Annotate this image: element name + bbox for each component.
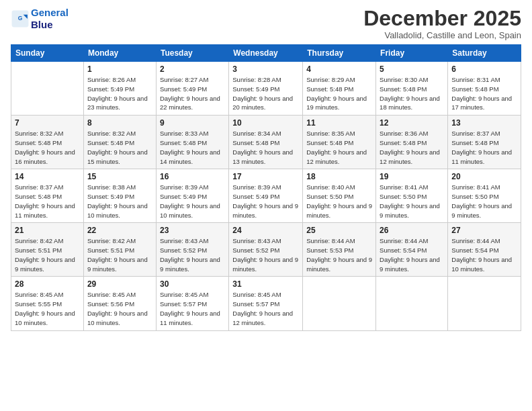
day-number: 5 xyxy=(380,64,444,74)
svg-text:G: G xyxy=(18,15,23,21)
header-sunday: Sunday xyxy=(11,45,84,62)
day-info: Sunrise: 8:39 AMSunset: 5:49 PMDaylight:… xyxy=(232,183,299,220)
day-number: 28 xyxy=(15,279,80,289)
day-number: 27 xyxy=(451,226,517,235)
day-info: Sunrise: 8:45 AMSunset: 5:55 PMDaylight:… xyxy=(15,290,80,327)
day-info: Sunrise: 8:28 AMSunset: 5:49 PMDaylight:… xyxy=(232,75,299,112)
day-number: 31 xyxy=(232,279,299,289)
calendar-cell: 31Sunrise: 8:45 AMSunset: 5:57 PMDayligh… xyxy=(229,277,303,330)
day-info: Sunrise: 8:30 AMSunset: 5:48 PMDaylight:… xyxy=(380,75,444,112)
subtitle: Valladolid, Castille and Leon, Spain xyxy=(363,30,521,40)
calendar-cell: 17Sunrise: 8:39 AMSunset: 5:49 PMDayligh… xyxy=(229,169,303,223)
header-tuesday: Tuesday xyxy=(156,45,228,62)
day-info: Sunrise: 8:41 AMSunset: 5:50 PMDaylight:… xyxy=(380,183,444,220)
calendar-cell: 10Sunrise: 8:34 AMSunset: 5:48 PMDayligh… xyxy=(229,116,303,169)
day-info: Sunrise: 8:39 AMSunset: 5:49 PMDaylight:… xyxy=(160,183,225,220)
day-info: Sunrise: 8:37 AMSunset: 5:48 PMDaylight:… xyxy=(15,183,80,220)
calendar-cell: 27Sunrise: 8:44 AMSunset: 5:54 PMDayligh… xyxy=(448,223,521,277)
calendar-cell: 6Sunrise: 8:31 AMSunset: 5:48 PMDaylight… xyxy=(448,62,521,116)
calendar-cell xyxy=(303,277,376,330)
calendar-cell: 18Sunrise: 8:40 AMSunset: 5:50 PMDayligh… xyxy=(303,169,376,223)
day-info: Sunrise: 8:38 AMSunset: 5:49 PMDaylight:… xyxy=(87,183,152,220)
week-row-5: 28Sunrise: 8:45 AMSunset: 5:55 PMDayligh… xyxy=(11,277,521,330)
calendar-cell: 28Sunrise: 8:45 AMSunset: 5:55 PMDayligh… xyxy=(11,277,84,330)
day-number: 21 xyxy=(15,226,80,235)
day-number: 24 xyxy=(232,226,299,235)
day-info: Sunrise: 8:34 AMSunset: 5:48 PMDaylight:… xyxy=(232,129,299,166)
day-number: 4 xyxy=(306,64,372,74)
calendar-cell: 5Sunrise: 8:30 AMSunset: 5:48 PMDaylight… xyxy=(376,62,448,116)
day-number: 19 xyxy=(380,172,444,181)
calendar-cell xyxy=(448,277,521,330)
calendar-cell: 3Sunrise: 8:28 AMSunset: 5:49 PMDaylight… xyxy=(229,62,303,116)
day-number: 6 xyxy=(451,64,517,74)
header-saturday: Saturday xyxy=(448,45,521,62)
calendar-cell: 24Sunrise: 8:43 AMSunset: 5:52 PMDayligh… xyxy=(229,223,303,277)
header-friday: Friday xyxy=(376,45,448,62)
day-number: 26 xyxy=(380,226,444,235)
day-number: 7 xyxy=(15,118,80,128)
day-number: 15 xyxy=(87,172,152,181)
calendar-cell: 14Sunrise: 8:37 AMSunset: 5:48 PMDayligh… xyxy=(11,169,84,223)
header-thursday: Thursday xyxy=(303,45,376,62)
day-number: 1 xyxy=(87,64,152,74)
day-number: 10 xyxy=(232,118,299,128)
day-info: Sunrise: 8:42 AMSunset: 5:51 PMDaylight:… xyxy=(15,236,80,273)
calendar-cell: 4Sunrise: 8:29 AMSunset: 5:48 PMDaylight… xyxy=(303,62,376,116)
calendar-cell: 9Sunrise: 8:33 AMSunset: 5:48 PMDaylight… xyxy=(156,116,228,169)
calendar-cell: 16Sunrise: 8:39 AMSunset: 5:49 PMDayligh… xyxy=(156,169,228,223)
week-row-1: 1Sunrise: 8:26 AMSunset: 5:49 PMDaylight… xyxy=(11,62,521,116)
day-info: Sunrise: 8:45 AMSunset: 5:57 PMDaylight:… xyxy=(232,290,299,327)
day-number: 29 xyxy=(87,279,152,289)
day-number: 18 xyxy=(306,172,372,181)
calendar-cell: 8Sunrise: 8:32 AMSunset: 5:48 PMDaylight… xyxy=(83,116,156,169)
day-info: Sunrise: 8:27 AMSunset: 5:49 PMDaylight:… xyxy=(160,75,225,112)
week-row-3: 14Sunrise: 8:37 AMSunset: 5:48 PMDayligh… xyxy=(11,169,521,223)
calendar-cell: 1Sunrise: 8:26 AMSunset: 5:49 PMDaylight… xyxy=(83,62,156,116)
day-number: 25 xyxy=(306,226,372,235)
calendar-cell xyxy=(11,62,84,116)
header-wednesday: Wednesday xyxy=(229,45,303,62)
day-info: Sunrise: 8:37 AMSunset: 5:48 PMDaylight:… xyxy=(451,129,517,166)
calendar-cell: 22Sunrise: 8:42 AMSunset: 5:51 PMDayligh… xyxy=(83,223,156,277)
day-info: Sunrise: 8:32 AMSunset: 5:48 PMDaylight:… xyxy=(15,129,80,166)
month-title: December 2025 xyxy=(363,7,521,30)
week-row-2: 7Sunrise: 8:32 AMSunset: 5:48 PMDaylight… xyxy=(11,116,521,169)
calendar-table: SundayMondayTuesdayWednesdayThursdayFrid… xyxy=(11,44,521,330)
logo: G General Blue xyxy=(11,7,69,31)
day-info: Sunrise: 8:44 AMSunset: 5:54 PMDaylight:… xyxy=(451,236,517,273)
day-info: Sunrise: 8:43 AMSunset: 5:52 PMDaylight:… xyxy=(160,236,225,273)
calendar-cell: 19Sunrise: 8:41 AMSunset: 5:50 PMDayligh… xyxy=(376,169,448,223)
day-info: Sunrise: 8:44 AMSunset: 5:53 PMDaylight:… xyxy=(306,236,372,273)
header-monday: Monday xyxy=(83,45,156,62)
day-info: Sunrise: 8:33 AMSunset: 5:48 PMDaylight:… xyxy=(160,129,225,166)
day-number: 2 xyxy=(160,64,225,74)
day-info: Sunrise: 8:42 AMSunset: 5:51 PMDaylight:… xyxy=(87,236,152,273)
day-number: 30 xyxy=(160,279,225,289)
calendar-cell: 2Sunrise: 8:27 AMSunset: 5:49 PMDaylight… xyxy=(156,62,228,116)
day-number: 22 xyxy=(87,226,152,235)
day-number: 9 xyxy=(160,118,225,128)
calendar-cell: 23Sunrise: 8:43 AMSunset: 5:52 PMDayligh… xyxy=(156,223,228,277)
day-number: 23 xyxy=(160,226,225,235)
day-info: Sunrise: 8:29 AMSunset: 5:48 PMDaylight:… xyxy=(306,75,372,112)
day-number: 11 xyxy=(306,118,372,128)
week-row-4: 21Sunrise: 8:42 AMSunset: 5:51 PMDayligh… xyxy=(11,223,521,277)
header: G General Blue December 2025 Valladolid,… xyxy=(11,7,521,40)
day-info: Sunrise: 8:31 AMSunset: 5:48 PMDaylight:… xyxy=(451,75,517,112)
day-info: Sunrise: 8:44 AMSunset: 5:54 PMDaylight:… xyxy=(380,236,444,273)
day-number: 20 xyxy=(451,172,517,181)
calendar-cell: 21Sunrise: 8:42 AMSunset: 5:51 PMDayligh… xyxy=(11,223,84,277)
day-info: Sunrise: 8:35 AMSunset: 5:48 PMDaylight:… xyxy=(306,129,372,166)
calendar-cell: 13Sunrise: 8:37 AMSunset: 5:48 PMDayligh… xyxy=(448,116,521,169)
day-info: Sunrise: 8:26 AMSunset: 5:49 PMDaylight:… xyxy=(87,75,152,112)
day-number: 3 xyxy=(232,64,299,74)
day-number: 12 xyxy=(380,118,444,128)
calendar-header-row: SundayMondayTuesdayWednesdayThursdayFrid… xyxy=(11,45,521,62)
day-info: Sunrise: 8:32 AMSunset: 5:48 PMDaylight:… xyxy=(87,129,152,166)
day-info: Sunrise: 8:45 AMSunset: 5:56 PMDaylight:… xyxy=(87,290,152,327)
calendar-cell: 25Sunrise: 8:44 AMSunset: 5:53 PMDayligh… xyxy=(303,223,376,277)
day-info: Sunrise: 8:40 AMSunset: 5:50 PMDaylight:… xyxy=(306,183,372,220)
day-info: Sunrise: 8:36 AMSunset: 5:48 PMDaylight:… xyxy=(380,129,444,166)
day-info: Sunrise: 8:45 AMSunset: 5:57 PMDaylight:… xyxy=(160,290,225,327)
